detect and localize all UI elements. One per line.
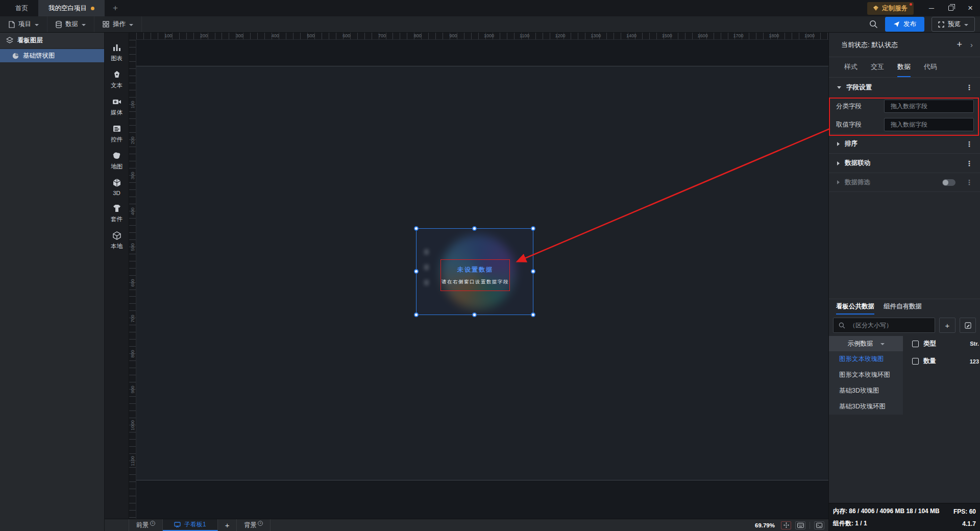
design-canvas[interactable]: 1002003004005006007008009001000110012001…	[129, 33, 828, 519]
search-icon[interactable]	[869, 20, 878, 29]
dataset-item[interactable]: 基础3D玫瑰环图	[829, 399, 903, 415]
menu-action[interactable]: 操作	[94, 16, 142, 32]
resize-handle-nw[interactable]	[414, 226, 419, 231]
fit-view-button[interactable]	[781, 521, 791, 529]
pie-chart-widget[interactable]: 未设置数据 请在右侧窗口设置数据字段	[416, 228, 533, 315]
close-button[interactable]: ×	[961, 0, 980, 16]
expand-states-button[interactable]: ›	[970, 40, 973, 49]
tab-code-label: 代码	[924, 62, 937, 71]
shortcut-keys-button[interactable]	[795, 521, 805, 529]
publish-label: 发布	[903, 20, 916, 29]
dataset-item[interactable]: 图形文本玫瑰图	[829, 351, 903, 367]
paper-plane-icon	[893, 21, 900, 28]
kebab-menu-icon[interactable]: ⋮	[966, 140, 973, 148]
data-search-row: （区分大小写） +	[829, 315, 980, 336]
dataset-item[interactable]: 基础3D玫瑰图	[829, 383, 903, 399]
custom-service-badge[interactable]: 定制服务	[867, 2, 914, 15]
tool-kit-label: 套件	[111, 215, 122, 223]
filter-toggle-off[interactable]	[942, 179, 955, 186]
edit-dataset-button[interactable]	[960, 318, 976, 333]
subboard-tab[interactable]: 子看板1	[163, 519, 218, 531]
tool-control-label: 控件	[111, 136, 122, 143]
checkbox-unchecked-icon[interactable]	[912, 358, 919, 365]
add-board-label: +	[225, 521, 230, 529]
tab-component-own-data[interactable]: 组件自有数据	[884, 299, 922, 315]
resize-handle-se[interactable]	[531, 312, 535, 317]
tab-interaction[interactable]: 交互	[871, 57, 884, 77]
caret-down-icon	[837, 86, 841, 89]
resize-handle-w[interactable]	[414, 269, 419, 274]
category-field-row: 分类字段 拖入数据字段	[829, 97, 980, 115]
tool-local[interactable]: 本地	[105, 227, 129, 254]
tool-3d[interactable]: 3D	[105, 174, 129, 200]
field-settings-label: 字段设置	[846, 83, 872, 92]
tool-kit[interactable]: 套件	[105, 200, 129, 227]
map-icon	[112, 151, 122, 161]
kebab-menu-icon[interactable]: ⋮	[966, 160, 973, 167]
section-sort[interactable]: 排序 ⋮	[829, 134, 980, 153]
dataset-item[interactable]: 图形文本玫瑰环图	[829, 367, 903, 383]
tool-media[interactable]: 媒体	[105, 93, 129, 120]
category-field-dropzone[interactable]: 拖入数据字段	[884, 100, 974, 113]
tab-home[interactable]: 首页	[5, 0, 38, 16]
add-dataset-button[interactable]: +	[939, 318, 955, 333]
bottom-bar-spacer	[105, 519, 129, 531]
add-background-icon[interactable]: +	[258, 521, 263, 526]
console-button[interactable]	[814, 521, 824, 529]
divider	[810, 522, 810, 529]
fullscreen-icon	[938, 21, 944, 28]
tool-map[interactable]: 地图	[105, 147, 129, 174]
tab-project[interactable]: 我的空白项目	[38, 0, 105, 16]
tool-local-label: 本地	[111, 243, 122, 250]
field-row-type[interactable]: 类型 Str.	[903, 336, 980, 351]
category-field-label: 分类字段	[836, 102, 884, 111]
field-row-quantity[interactable]: 数量 123	[903, 353, 980, 369]
new-tab-button[interactable]: +	[105, 0, 126, 16]
ruler-label: 100	[164, 33, 172, 38]
dataset-selector[interactable]: 示例数据	[829, 336, 903, 351]
chevron-down-icon	[35, 24, 39, 26]
menu-data[interactable]: 数据	[47, 16, 94, 32]
layer-item-pie-chart[interactable]: 基础饼状图	[0, 49, 104, 62]
dropzone-placeholder: 拖入数据字段	[891, 120, 927, 129]
data-search-input[interactable]: （区分大小写）	[833, 318, 935, 333]
preview-button[interactable]: 预览	[932, 17, 975, 32]
foreground-tab[interactable]: 前景 +	[129, 519, 163, 531]
terminal-icon	[816, 523, 822, 528]
kebab-menu-icon[interactable]: ⋮	[966, 84, 973, 91]
resize-handle-e[interactable]	[531, 269, 535, 274]
maximize-button[interactable]	[941, 0, 961, 16]
publish-button[interactable]: 发布	[885, 17, 924, 32]
section-data-linkage[interactable]: 数据联动 ⋮	[829, 153, 980, 173]
ruler-label: 600	[342, 33, 350, 38]
resize-handle-s[interactable]	[472, 312, 477, 317]
menu-project[interactable]: 项目	[0, 16, 47, 32]
background-tab[interactable]: 背景 +	[237, 519, 271, 531]
tab-style[interactable]: 样式	[844, 57, 857, 77]
section-data-filter[interactable]: 数据筛选 ⋮	[829, 173, 980, 192]
value-field-dropzone[interactable]: 拖入数据字段	[884, 118, 974, 131]
data-filter-label: 数据筛选	[845, 178, 870, 187]
add-state-button[interactable]: +	[957, 39, 962, 50]
canvas-offstage-top	[136, 40, 828, 66]
tab-code[interactable]: 代码	[924, 57, 937, 77]
add-board-button[interactable]: +	[218, 519, 237, 531]
resize-handle-ne[interactable]	[531, 226, 535, 231]
add-foreground-icon[interactable]: +	[150, 521, 155, 526]
checkbox-unchecked-icon[interactable]	[912, 341, 919, 347]
tab-board-shared-data[interactable]: 看板公共数据	[836, 299, 874, 315]
component-count: 组件数: 1 / 1	[833, 519, 867, 528]
kebab-menu-icon[interactable]: ⋮	[966, 179, 973, 186]
resize-handle-sw[interactable]	[414, 312, 419, 317]
minimize-button[interactable]: ─	[922, 0, 941, 16]
ruler-label: 200	[130, 135, 135, 146]
resize-handle-n[interactable]	[472, 226, 477, 231]
ruler-label: 400	[272, 33, 279, 38]
section-field-settings[interactable]: 字段设置 ⋮	[829, 78, 980, 97]
data-source-panel: 看板公共数据 组件自有数据 （区分大小写） + 示例数据	[829, 299, 980, 503]
tab-data[interactable]: 数据	[897, 57, 911, 77]
menu-action-label: 操作	[113, 20, 126, 29]
tool-text[interactable]: 文本	[105, 66, 129, 93]
tool-control[interactable]: 控件	[105, 120, 129, 147]
tool-chart[interactable]: 图表	[105, 39, 129, 66]
